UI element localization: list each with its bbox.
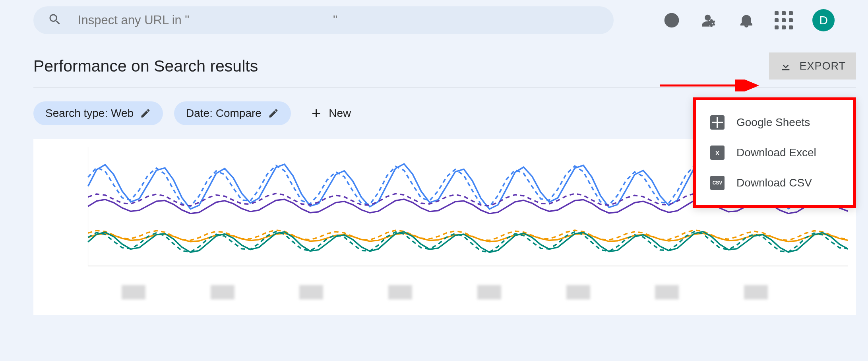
url-search-input[interactable] [78, 13, 599, 27]
export-google-sheets[interactable]: Google Sheets [696, 107, 853, 138]
export-excel-label: Download Excel [736, 146, 816, 159]
filter-search-type[interactable]: Search type: Web [33, 101, 163, 125]
notifications-icon[interactable] [738, 12, 755, 29]
edit-icon [140, 108, 151, 119]
export-csv[interactable]: CSV Download CSV [696, 168, 853, 198]
chart-x-ticks [41, 285, 848, 299]
export-label: EXPORT [799, 60, 846, 72]
export-excel[interactable]: X Download Excel [696, 138, 853, 168]
account-avatar[interactable]: D [812, 9, 835, 31]
sheets-icon [710, 115, 725, 130]
export-menu: Google Sheets X Download Excel CSV Downl… [693, 97, 856, 208]
svg-point-1 [671, 23, 672, 25]
url-search-bar[interactable] [33, 6, 614, 34]
user-settings-icon[interactable] [700, 12, 718, 29]
apps-icon[interactable] [775, 12, 792, 29]
add-filter-button[interactable]: + New [302, 100, 360, 127]
filter-date-label: Date: Compare [186, 107, 262, 120]
filter-date[interactable]: Date: Compare [174, 101, 291, 125]
download-icon [779, 60, 792, 72]
search-icon [48, 12, 62, 28]
add-filter-label: New [329, 107, 351, 120]
export-button[interactable]: EXPORT [769, 52, 856, 80]
export-sheets-label: Google Sheets [736, 116, 810, 129]
excel-icon: X [710, 146, 725, 160]
page-title: Performance on Search results [33, 57, 258, 76]
plus-icon: + [312, 105, 321, 121]
help-icon[interactable] [663, 12, 680, 29]
export-csv-label: Download CSV [736, 177, 812, 189]
edit-icon [268, 108, 279, 119]
csv-icon: CSV [710, 176, 725, 190]
filter-search-type-label: Search type: Web [45, 107, 134, 120]
